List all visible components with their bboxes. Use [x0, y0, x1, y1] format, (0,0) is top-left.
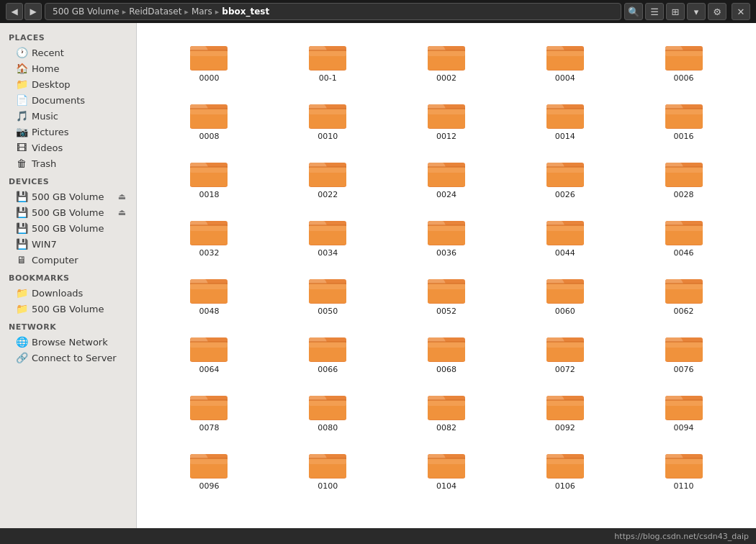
folder-item-25[interactable]: 0064 — [151, 326, 267, 378]
folder-item-31[interactable]: 0080 — [270, 384, 386, 437]
sidebar-icon-places-7: 🗑 — [16, 158, 27, 169]
breadcrumb-item-2[interactable]: Mars — [189, 6, 215, 17]
sidebar-item-places-0[interactable]: 🕐Recent — [1, 45, 135, 60]
folder-item-18[interactable]: 0044 — [507, 209, 623, 262]
sidebar-item-places-3[interactable]: 📄Documents — [1, 92, 135, 108]
sidebar-item-places-6[interactable]: 🎞Videos — [1, 140, 135, 155]
folder-item-7[interactable]: 0012 — [389, 93, 505, 145]
forward-button[interactable]: ▶ — [24, 3, 42, 20]
folder-item-37[interactable]: 0104 — [389, 443, 505, 495]
eject-button-0[interactable]: ⏏ — [118, 191, 126, 201]
folder-item-19[interactable]: 0046 — [626, 209, 742, 262]
folder-item-1[interactable]: 00-1 — [270, 35, 386, 87]
sidebar-item-places-5[interactable]: 📷Pictures — [1, 124, 135, 140]
sidebar-item-places-4[interactable]: 🎵Music — [1, 108, 135, 124]
sidebar-header-places: Places — [0, 27, 136, 45]
folder-item-4[interactable]: 0006 — [626, 35, 742, 87]
folder-item-28[interactable]: 0072 — [507, 326, 623, 378]
sidebar-item-bookmarks-1[interactable]: 📁500 GB Volume — [1, 301, 135, 317]
folder-item-10[interactable]: 0018 — [151, 151, 267, 204]
folder-label-18: 0044 — [555, 248, 575, 258]
sidebar-icon-places-5: 📷 — [16, 126, 27, 137]
eject-button-1[interactable]: ⏏ — [118, 207, 126, 217]
folder-label-20: 0048 — [199, 307, 219, 316]
settings-button[interactable]: ⚙ — [708, 3, 726, 20]
folder-item-8[interactable]: 0014 — [507, 93, 623, 145]
svg-rect-66 — [309, 225, 346, 231]
folder-icon-9 — [664, 97, 704, 132]
folder-item-32[interactable]: 0082 — [389, 384, 505, 437]
folder-item-23[interactable]: 0060 — [507, 268, 623, 320]
back-button[interactable]: ◀ — [6, 3, 23, 20]
folder-item-27[interactable]: 0068 — [389, 326, 505, 378]
sidebar-item-bookmarks-0[interactable]: 📁Downloads — [1, 285, 135, 301]
sidebar-icon-devices-3: 💾 — [16, 238, 27, 250]
folder-label-31: 0080 — [318, 423, 338, 432]
toolbar-actions: 🔍 ☰ ⊞ ▾ ⚙ ✕ — [624, 3, 750, 20]
close-button[interactable]: ✕ — [732, 3, 750, 20]
folder-item-26[interactable]: 0066 — [270, 326, 386, 378]
nav-buttons: ◀ ▶ — [6, 3, 42, 20]
folder-label-33: 0092 — [555, 423, 575, 432]
sort-dropdown-button[interactable]: ▾ — [687, 3, 706, 20]
sidebar-item-devices-1[interactable]: 💾500 GB Volume⏏ — [1, 204, 135, 220]
svg-rect-106 — [309, 342, 346, 348]
folder-item-24[interactable]: 0062 — [626, 268, 742, 320]
folder-item-13[interactable]: 0026 — [507, 151, 623, 204]
folder-item-39[interactable]: 0110 — [626, 443, 742, 495]
breadcrumb-item-0[interactable]: 500 GB Volume — [50, 6, 122, 17]
sidebar-header-network: Network — [0, 317, 136, 334]
folder-item-29[interactable]: 0076 — [626, 326, 742, 378]
breadcrumb-item-1[interactable]: ReidDataset — [126, 6, 184, 17]
folder-item-3[interactable]: 0004 — [507, 35, 623, 87]
folder-item-14[interactable]: 0028 — [626, 151, 742, 204]
svg-rect-150 — [428, 458, 465, 464]
folder-item-12[interactable]: 0024 — [389, 151, 505, 204]
file-area: 000000-100020004000600080010001200140016… — [137, 23, 756, 528]
sidebar-item-places-1[interactable]: 🏠Home — [1, 60, 135, 76]
folder-item-36[interactable]: 0100 — [270, 443, 386, 495]
folder-item-17[interactable]: 0036 — [389, 209, 505, 262]
sidebar-item-devices-2[interactable]: 💾500 GB Volume — [1, 220, 135, 236]
folder-label-39: 0110 — [674, 481, 694, 491]
folder-label-38: 0106 — [555, 481, 575, 491]
folder-item-21[interactable]: 0050 — [270, 268, 386, 320]
folder-item-30[interactable]: 0078 — [151, 384, 267, 437]
sidebar-item-devices-3[interactable]: 💾WIN7 — [1, 236, 135, 252]
svg-rect-14 — [546, 50, 584, 56]
folder-item-0[interactable]: 0000 — [151, 35, 267, 87]
sidebar-item-places-7[interactable]: 🗑Trash — [1, 155, 135, 171]
sidebar-label-devices-4: Computer — [32, 255, 78, 266]
sidebar-icon-bookmarks-1: 📁 — [16, 303, 27, 314]
folder-item-35[interactable]: 0096 — [151, 443, 267, 495]
sidebar-item-network-0[interactable]: 🌐Browse Network — [1, 334, 135, 350]
grid-view-button[interactable]: ⊞ — [666, 3, 685, 20]
folder-item-11[interactable]: 0022 — [270, 151, 386, 204]
folder-label-12: 0024 — [436, 190, 456, 199]
main-content: Places🕐Recent🏠Home📁Desktop📄Documents🎵Mus… — [0, 23, 756, 528]
sidebar-item-network-1[interactable]: 🔗Connect to Server — [1, 350, 135, 366]
folder-item-2[interactable]: 0002 — [389, 35, 505, 87]
folder-icon-26 — [307, 330, 348, 365]
sidebar-icon-devices-1: 💾 — [16, 207, 27, 218]
folder-item-9[interactable]: 0016 — [626, 93, 742, 145]
folder-item-33[interactable]: 0092 — [507, 384, 623, 437]
folder-item-16[interactable]: 0034 — [270, 209, 386, 262]
folder-item-5[interactable]: 0008 — [151, 93, 267, 145]
folder-item-34[interactable]: 0094 — [626, 384, 742, 437]
folder-item-6[interactable]: 0010 — [270, 93, 386, 145]
folder-item-38[interactable]: 0106 — [507, 443, 623, 495]
folder-item-15[interactable]: 0032 — [151, 209, 267, 262]
sidebar-label-places-4: Music — [32, 111, 58, 122]
list-view-button[interactable]: ☰ — [645, 3, 664, 20]
folder-icon-38 — [545, 447, 585, 481]
sidebar-item-places-2[interactable]: 📁Desktop — [1, 76, 135, 92]
folder-item-22[interactable]: 0052 — [389, 268, 505, 320]
folder-icon-4 — [664, 39, 704, 73]
folder-item-20[interactable]: 0048 — [151, 268, 267, 320]
sidebar-item-devices-0[interactable]: 💾500 GB Volume⏏ — [1, 189, 135, 204]
search-button[interactable]: 🔍 — [624, 3, 643, 20]
statusbar: https://blog.csdn.net/csdn43_daip — [0, 528, 756, 544]
breadcrumb-item-3[interactable]: bbox_test — [219, 6, 272, 17]
sidebar-item-devices-4[interactable]: 🖥Computer — [1, 252, 135, 268]
